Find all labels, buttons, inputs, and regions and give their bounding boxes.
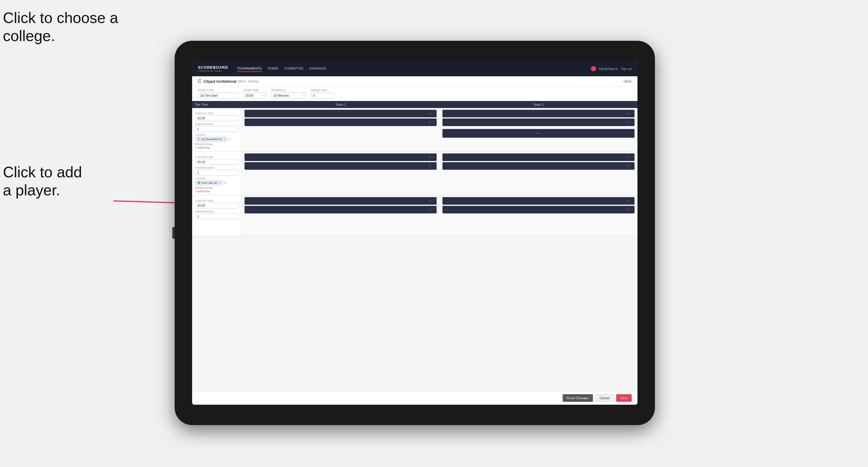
reset-changes-button[interactable]: Reset Changes [563,394,593,402]
tablet-frame: SCOREBOARD Powered by clippd TOURNAMENTS… [175,41,655,425]
player-remove-3-2[interactable]: ✕ [429,164,431,167]
player-more-1-2[interactable]: ⋮ [432,121,435,124]
player-more-5-1[interactable]: ⋮ [432,199,435,203]
start-type-input-wrap: 1st Tee Start [198,93,239,98]
player-more-3-1[interactable]: ⋮ [432,156,435,159]
player-row-2-1[interactable]: ✕ ⋮ [442,110,634,117]
intervals-label: Intervals [271,89,306,92]
player-remove-4-2[interactable]: ✕ [627,164,629,167]
course-tag-add-2[interactable]: ⊕ [224,181,226,184]
starting-hole-field-1[interactable] [195,126,238,132]
player-more-1-1[interactable]: ⋮ [432,112,435,115]
course-label-1: COURSE: [195,134,238,136]
cancel-button[interactable]: Cancel [595,394,614,402]
save-button[interactable]: Save [616,394,632,402]
player-remove-2-2[interactable]: ✕ [627,121,629,124]
course-tag-2[interactable]: 🌿 East Lake GC ✕ [195,181,223,185]
logo-text: SCOREBOARD [198,65,228,70]
player-row-6-2[interactable]: ✕ ⋮ [442,206,634,213]
starting-time-field-1[interactable] [195,116,238,121]
remove-group-btn-2[interactable]: Remove Group [195,186,238,189]
powered-by-text: Powered by clippd [198,70,228,72]
course-tag-text-2: East Lake GC [202,181,218,184]
player-remove-1-2[interactable]: ✕ [429,121,431,124]
player-remove-4-1[interactable]: ✕ [627,156,629,159]
starting-time-field-3[interactable] [195,203,238,208]
player-row-3-1[interactable]: ✕ ⋮ [245,153,437,161]
course-label-2: COURSE: [195,177,238,180]
player-row-5-2[interactable]: ✕ ⋮ [245,206,437,213]
group-size-select[interactable]: 3 [311,93,334,98]
scoreboard-logo: SCOREBOARD Powered by clippd [198,65,228,72]
player-row-4-1[interactable]: ✕ ⋮ [442,153,634,161]
course-tag-remove-1[interactable]: ✕ [223,138,225,141]
player-remove-1-1[interactable]: ✕ [429,112,431,115]
player-remove-2-1[interactable]: ✕ [627,112,629,115]
starting-hole-select-1: ▲ ▼ [195,126,238,132]
start-time-label: Start Time [243,89,267,92]
player-more-4-1[interactable]: ⋮ [630,156,633,159]
remove-group-btn-1[interactable]: Remove Group [195,143,238,146]
course-remove-2[interactable]: ✕ [536,132,538,135]
player-row-2-2[interactable]: ✕ ⋮ [442,119,634,126]
team1-col-3: ✕ ⋮ ✕ ⋮ [242,195,439,236]
player-more-5-2[interactable]: ⋮ [432,208,435,211]
player-row-4-2[interactable]: ✕ ⋮ [442,162,634,170]
nav-teams[interactable]: TEAMS [268,65,279,72]
course-tag-remove-2[interactable]: ✕ [219,182,221,184]
th-team2: Team 2 [439,103,638,106]
sign-out-btn[interactable]: Sign out [621,67,632,70]
start-type-select[interactable]: 1st Tee Start [198,93,239,98]
starting-hole-label-3: STARTING HOLE: [195,210,238,213]
group-size-input-wrap: 3 [311,93,334,98]
app-header: SCOREBOARD Powered by clippd TOURNAMENTS… [192,61,638,76]
starting-time-input-1: ⏱ [195,115,238,121]
team2-col-2: ✕ ⋮ ✕ ⋮ [439,152,638,195]
player-more-4-2[interactable]: ⋮ [630,164,633,167]
back-button[interactable]: ‹ Back [623,80,632,83]
add-group-label-2: Add Group [197,190,210,193]
player-remove-3-1[interactable]: ✕ [429,156,431,159]
nav-committee[interactable]: COMMITTEE [284,65,304,72]
annotation-add-player: Click to add a player. [3,163,82,199]
main-nav: TOURNAMENTS TEAMS COMMITTEE RANKINGS [237,65,591,72]
player-more-2-2[interactable]: ⋮ [630,121,633,124]
tee-row-3: STARTING TIME: ⏱ STARTING HOLE: ▲ ▼ [192,195,638,236]
add-group-btn-1[interactable]: + Add Group [195,146,238,149]
course-player-row-2[interactable]: ✕ ⋮ [442,129,634,138]
starting-time-field-2[interactable] [195,159,238,164]
intervals-select[interactable]: 10 Minutes [271,93,306,98]
start-time-info-icon: ⓘ [263,94,266,97]
player-remove-6-2[interactable]: ✕ [627,208,629,211]
player-remove-5-2[interactable]: ✕ [429,208,431,211]
starting-hole-field-3[interactable] [195,214,238,219]
start-type-group: Start Type 1st Tee Start [198,89,239,98]
starting-hole-label-2: STARTING HOLE: [195,166,238,169]
player-more-6-2[interactable]: ⋮ [630,208,633,211]
player-row-5-1[interactable]: ✕ ⋮ [245,197,437,205]
player-row-1-1[interactable]: ✕ ⋮ [245,110,437,117]
th-tee-time: Tee Time [192,103,242,106]
course-tag-1[interactable]: 🏌 (A) Peachtree GC ✕ [195,137,228,142]
intervals-input-wrap: 10 Minutes ⓘ [271,93,306,98]
player-row-6-1[interactable]: ✕ ⋮ [442,197,634,205]
player-remove-6-1[interactable]: ✕ [627,199,629,203]
course-more-2[interactable]: ⋮ [540,132,542,135]
player-more-6-1[interactable]: ⋮ [630,199,633,203]
starting-hole-field-2[interactable] [195,170,238,175]
main-content[interactable]: STARTING TIME: ⏱ STARTING HOLE: ▲ ▼ COUR… [192,108,638,391]
subheader: C Clippd Invitational (Men) Hosting ‹ Ba… [192,76,638,87]
player-row-1-2[interactable]: ✕ ⋮ [245,119,437,126]
course-tag-icon-2: 🌿 [197,181,200,184]
add-group-btn-2[interactable]: + Add Group [195,190,238,193]
nav-rankings[interactable]: RANKINGS [309,65,326,72]
player-row-3-2[interactable]: ✕ ⋮ [245,162,437,170]
nav-tournaments[interactable]: TOURNAMENTS [237,65,262,72]
player-remove-5-1[interactable]: ✕ [429,199,431,203]
player-more-3-2[interactable]: ⋮ [432,164,435,167]
course-tag-add-1[interactable]: ⊕ [229,138,231,141]
start-type-label: Start Type [198,89,239,92]
header-right: blair@clippd.io Sign out [591,66,632,71]
player-more-2-1[interactable]: ⋮ [630,112,633,115]
annotation-text-2: Click to add a player. [3,164,82,198]
